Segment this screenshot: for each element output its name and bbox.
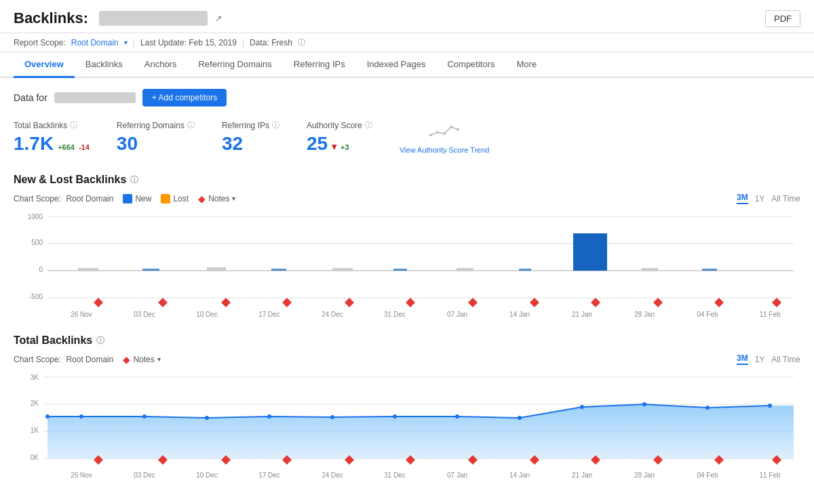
authority-trend[interactable]: View Authority Score Trend xyxy=(400,120,489,155)
metric-total-backlinks: Total Backlinks ⓘ 1.7K +664 -14 xyxy=(14,120,90,155)
total-backlinks-value: 1.7K +664 -14 xyxy=(14,133,90,155)
svg-text:03 Dec: 03 Dec xyxy=(134,471,155,479)
total-time-btn-3m[interactable]: 3M xyxy=(737,353,748,365)
authority-trend-label[interactable]: View Authority Score Trend xyxy=(400,145,489,155)
tab-backlinks[interactable]: Backlinks xyxy=(75,52,134,78)
last-update-label: Last Update: Feb 15, 2019 xyxy=(140,38,237,47)
authority-delta: +3 xyxy=(341,143,349,151)
svg-text:17 Dec: 17 Dec xyxy=(258,471,280,479)
total-backlinks-title: Total Backlinks ⓘ xyxy=(14,120,90,130)
ref-domains-info-icon[interactable]: ⓘ xyxy=(187,120,195,130)
page-title: Backlinks: xyxy=(14,9,88,27)
svg-text:31 Dec: 31 Dec xyxy=(384,311,406,318)
header-bar: Backlinks: ↗ PDF xyxy=(0,0,814,33)
svg-marker-30 xyxy=(406,298,415,307)
time-btn-3m[interactable]: 3M xyxy=(737,193,748,204)
referring-domains-value: 30 xyxy=(117,133,195,155)
svg-text:10 Dec: 10 Dec xyxy=(196,311,218,318)
tab-referring-domains[interactable]: Referring Domains xyxy=(187,52,282,78)
tab-indexed-pages[interactable]: Indexed Pages xyxy=(356,52,437,78)
new-lost-section-title: New & Lost Backlinks ⓘ xyxy=(14,174,800,186)
svg-rect-20 xyxy=(457,268,473,271)
svg-rect-19 xyxy=(393,269,407,271)
svg-point-66 xyxy=(518,416,522,420)
total-backlinks-chart-info-icon[interactable]: ⓘ xyxy=(96,335,104,347)
referring-ips-title: Referring IPs ⓘ xyxy=(222,120,279,130)
svg-point-1 xyxy=(436,131,439,134)
svg-text:17 Dec: 17 Dec xyxy=(258,311,280,318)
svg-point-70 xyxy=(768,404,772,408)
notes-dropdown-icon[interactable]: ▾ xyxy=(232,195,235,202)
svg-point-4 xyxy=(457,128,459,131)
metric-referring-domains: Referring Domains ⓘ 30 xyxy=(117,120,195,155)
pdf-button[interactable]: PDF xyxy=(765,10,800,27)
svg-marker-27 xyxy=(221,298,231,307)
tab-anchors[interactable]: Anchors xyxy=(134,52,188,78)
svg-point-61 xyxy=(205,416,209,420)
notes-diamond-icon: ◆ xyxy=(198,193,206,204)
time-btn-alltime[interactable]: All Time xyxy=(771,194,800,203)
backlinks-delta-pos: +664 xyxy=(58,143,75,151)
svg-text:2K: 2K xyxy=(31,400,39,407)
domain-blurred xyxy=(99,11,208,26)
svg-rect-24 xyxy=(702,269,717,271)
nav-tabs: Overview Backlinks Anchors Referring Dom… xyxy=(0,52,814,78)
total-time-btn-1y[interactable]: 1Y xyxy=(755,355,765,364)
total-notes-diamond-icon: ◆ xyxy=(123,354,130,365)
svg-marker-25 xyxy=(94,298,103,307)
ref-ips-info-icon[interactable]: ⓘ xyxy=(272,120,279,130)
tab-referring-ips[interactable]: Referring IPs xyxy=(283,52,356,78)
authority-score-value: 25 ▾ +3 xyxy=(307,133,372,155)
total-backlinks-info-icon[interactable]: ⓘ xyxy=(70,120,77,130)
svg-text:11 Feb: 11 Feb xyxy=(759,311,781,318)
svg-rect-23 xyxy=(641,268,658,271)
svg-text:24 Dec: 24 Dec xyxy=(322,311,343,318)
scope-value[interactable]: Root Domain xyxy=(71,38,119,47)
svg-text:500: 500 xyxy=(31,239,43,246)
tab-overview[interactable]: Overview xyxy=(14,52,75,78)
authority-trend-icon xyxy=(427,120,461,142)
svg-text:21 Jan: 21 Jan xyxy=(572,471,592,479)
new-lost-chart: 1000 500 0 -500 xyxy=(14,210,800,318)
tab-more[interactable]: More xyxy=(506,52,548,78)
svg-text:3K: 3K xyxy=(31,374,39,381)
total-notes-dropdown-icon[interactable]: ▾ xyxy=(157,355,161,363)
total-backlinks-chart: 3K 2K 1K 0K xyxy=(14,370,800,479)
svg-point-0 xyxy=(429,134,432,136)
data-for-row: Data for + Add competitors xyxy=(14,89,800,106)
svg-text:1K: 1K xyxy=(31,427,39,434)
new-lost-chart-left: Chart Scope: Root Domain New Lost ◆ Note… xyxy=(14,193,235,204)
auth-score-info-icon[interactable]: ⓘ xyxy=(365,120,372,130)
legend-lost: Lost xyxy=(161,194,189,203)
total-backlinks-chart-left: Chart Scope: Root Domain ◆ Notes ▾ xyxy=(14,354,161,365)
svg-marker-31 xyxy=(468,298,478,307)
svg-marker-57 xyxy=(47,404,794,459)
svg-rect-14 xyxy=(78,268,98,271)
tab-competitors[interactable]: Competitors xyxy=(436,52,505,78)
svg-point-62 xyxy=(267,414,271,419)
svg-marker-33 xyxy=(591,298,600,307)
svg-text:07 Jan: 07 Jan xyxy=(447,311,467,318)
svg-text:04 Feb: 04 Feb xyxy=(697,311,718,318)
header-left: Backlinks: ↗ xyxy=(14,9,222,27)
time-btn-1y[interactable]: 1Y xyxy=(755,194,765,203)
total-legend-notes[interactable]: ◆ Notes ▾ xyxy=(123,354,160,365)
legend-notes[interactable]: ◆ Notes ▾ xyxy=(198,193,235,204)
svg-point-3 xyxy=(450,125,452,128)
total-time-btn-alltime[interactable]: All Time xyxy=(771,355,800,364)
new-lost-time-controls: 3M 1Y All Time xyxy=(737,193,800,204)
main-content: Data for + Add competitors Total Backlin… xyxy=(0,78,814,504)
external-link-icon[interactable]: ↗ xyxy=(214,13,222,24)
add-competitors-button[interactable]: + Add competitors xyxy=(142,89,227,106)
data-info-icon[interactable]: ⓘ xyxy=(298,37,305,47)
svg-point-64 xyxy=(393,414,397,419)
svg-point-59 xyxy=(79,414,83,419)
svg-marker-28 xyxy=(282,298,292,307)
svg-point-68 xyxy=(642,402,646,406)
referring-ips-value: 32 xyxy=(222,133,279,155)
new-lost-info-icon[interactable]: ⓘ xyxy=(130,174,138,186)
svg-text:07 Jan: 07 Jan xyxy=(447,471,467,479)
svg-point-65 xyxy=(455,414,459,419)
report-scope-bar: Report Scope: Root Domain ▾ | Last Updat… xyxy=(0,33,814,52)
scope-dropdown-icon[interactable]: ▾ xyxy=(124,39,128,46)
